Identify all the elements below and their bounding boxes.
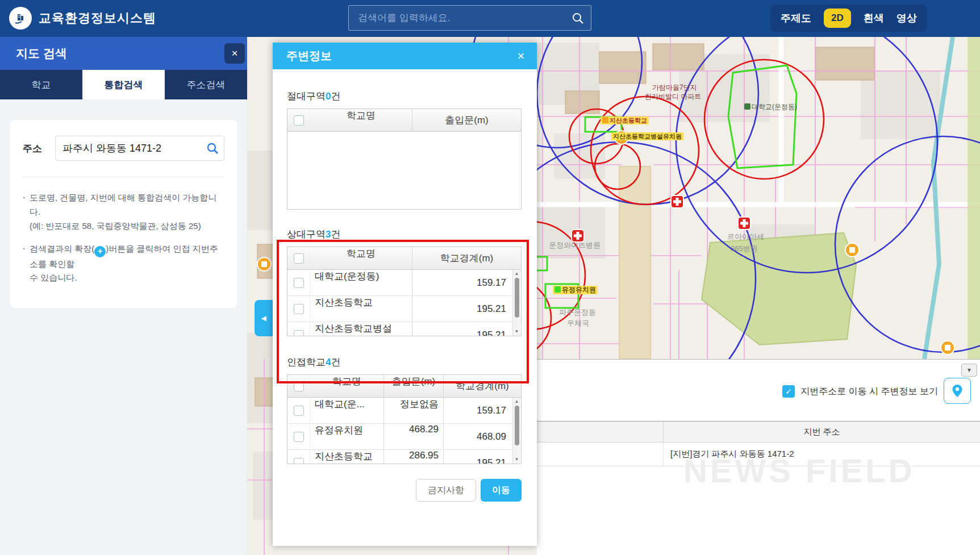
location-pin-icon [952, 384, 963, 398]
column-header-boundary: 학교경계(m) [444, 379, 521, 393]
view-2d-button[interactable]: 2D [824, 9, 851, 28]
adjacent-schools-title: 인접학교4건 [287, 356, 522, 369]
tab-address-search[interactable]: 주소검색 [165, 70, 247, 99]
map-label-wise-hospital: 운정와이즈병원 [549, 241, 600, 249]
select-all-checkbox[interactable] [294, 381, 304, 391]
news-field-watermark: NEWS FIELD [683, 452, 915, 490]
school-marker-icon [744, 103, 750, 110]
table-row[interactable]: 지산초등학교 286.95 195.21 [287, 450, 521, 464]
address-search-button[interactable] [201, 136, 224, 160]
map-pin-button[interactable] [944, 378, 971, 404]
absolute-zone-empty-body [287, 132, 521, 209]
column-header-school-name: 학교명 [310, 109, 412, 131]
nearby-info-panel: 주변정보 × 절대구역0건 학교명 출입문(m) 상대구역3건 학교명 학교경계… [273, 43, 537, 546]
map-label-jisan-elementary: 지산초등학교 [600, 116, 649, 124]
select-all-checkbox[interactable] [294, 115, 304, 126]
column-header-road-address [537, 422, 664, 442]
app-title: 교육환경정보시스템 [39, 10, 156, 27]
prohibited-items-button[interactable]: 금지사항 [416, 479, 476, 502]
address-input[interactable] [56, 143, 201, 155]
row-checkbox[interactable] [294, 304, 304, 314]
address-label: 주소 [23, 142, 46, 155]
table-row[interactable]: 대학교(운정동) 159.17 [287, 270, 521, 296]
table-scrollbar[interactable]: ▲▼ [512, 398, 520, 464]
global-search-button[interactable] [565, 6, 591, 30]
map-label-jisan-kindergarten: 지산초등학교병설유치원 [611, 132, 683, 140]
brand[interactable]: 교육환경정보시스템 [9, 7, 156, 30]
nearby-info-checkbox[interactable]: ✓ [782, 385, 795, 398]
global-search [348, 5, 591, 31]
search-icon [572, 12, 584, 24]
theme-map-button[interactable]: 주제도 [781, 11, 811, 25]
nearby-info-checkbox-label: 지번주소로 이동 시 주변정보 보기 [800, 386, 938, 398]
kindergarten-marker-icon [554, 286, 561, 293]
adjacent-schools-table: 학교명 출입문(m) 학교경계(m) 대학교(운... 정보없음 159.17 … [287, 374, 522, 464]
white-mode-button[interactable]: 흰색 [864, 11, 884, 25]
sidebar-title: 지도 검색 [0, 45, 67, 61]
absolute-zone-title: 절대구역0건 [287, 90, 522, 103]
move-button[interactable]: 이동 [481, 479, 522, 502]
nearby-panel-title: 주변정보 [273, 48, 332, 64]
sidebar-header: 지도 검색 × [0, 37, 247, 70]
address-input-box [55, 136, 224, 161]
satellite-button[interactable]: 영상 [896, 11, 917, 25]
sidebar-close-button[interactable]: × [224, 43, 245, 64]
table-row[interactable]: 유정유치원 468.29 468.09 [287, 424, 521, 450]
sidebar-body: 주소 도로명, 건물명, 지번에 대해 통합검색이 가능합니다. (예: 반포대… [0, 99, 247, 323]
map-label-post-office-2: 우체국 [567, 319, 589, 327]
expand-plus-icon: + [94, 246, 106, 257]
relative-zone-table: 학교명 학교경계(m) 대학교(운정동) 159.17 지산초등학교 195.2… [287, 247, 522, 336]
nearby-info-option: ✓ 지번주소로 이동 시 주변정보 보기 [782, 385, 963, 398]
map-label-post-office-1: 파주운정동 [559, 308, 596, 316]
table-scrollbar[interactable]: ▲▼ [512, 270, 520, 336]
map-search-sidebar: 지도 검색 × 학교 통합검색 주소검색 주소 도로명, 건물명, 지번에 대해… [0, 37, 247, 555]
map-label-apartment-2: 한라비발디 아파트 [645, 93, 701, 101]
global-search-input[interactable] [349, 6, 565, 30]
column-header-gate: 출입문(m) [412, 114, 521, 127]
column-header-school-name: 학교명 [310, 375, 384, 397]
school-marker-icon [602, 117, 608, 123]
row-checkbox[interactable] [294, 278, 304, 288]
row-checkbox[interactable] [294, 432, 304, 442]
select-all-checkbox[interactable] [294, 253, 304, 264]
search-help-note-1: 도로명, 건물명, 지번에 대해 통합검색이 가능합니다. (예: 반포대로 5… [23, 191, 224, 233]
nearby-panel-close-button[interactable]: × [513, 48, 529, 64]
map-label-apartment-1: 가람마을7단지 [652, 84, 697, 91]
results-collapse-button[interactable]: ▼ [961, 364, 977, 377]
map-label-365-hospital-1: 르아이아세 [727, 233, 764, 241]
nearby-panel-header: 주변정보 × [273, 43, 537, 69]
table-row[interactable]: 대학교(운... 정보없음 159.17 [287, 398, 521, 424]
table-row[interactable]: 지산초등학교 195.21 [287, 296, 521, 322]
column-header-gate: 출입문(m) [384, 375, 444, 397]
relative-zone-title: 상대구역3건 [287, 228, 522, 241]
row-checkbox[interactable] [294, 458, 304, 464]
tab-integrated-search[interactable]: 통합검색 [82, 70, 165, 99]
search-results-area: ▼ ✓ 지번주소로 이동 시 주변정보 보기 지번 주소 [지번]경기 파주시 … [537, 359, 980, 555]
address-search-card: 주소 도로명, 건물명, 지번에 대해 통합검색이 가능합니다. (예: 반포대… [10, 120, 237, 308]
sidebar-tabs: 학교 통합검색 주소검색 [0, 70, 247, 99]
table-row[interactable]: 지산초등학교병설 195.21 [287, 322, 521, 336]
app-header: 교육환경정보시스템 주제도 2D 흰색 영상 [0, 0, 980, 37]
map-label-365-hospital-2: 365병원 [731, 245, 758, 253]
map-label-yujeong-kindergarten: 유정유치원 [553, 286, 598, 294]
row-checkbox[interactable] [294, 330, 304, 336]
app-logo-icon [9, 7, 32, 30]
absolute-zone-table: 학교명 출입문(m) [287, 109, 522, 210]
row-checkbox[interactable] [294, 406, 304, 416]
column-header-school-name: 학교명 [310, 247, 412, 269]
column-header-boundary: 학교경계(m) [412, 252, 521, 265]
search-help-note-2: 검색결과의 확장(+)버튼을 클릭하여 인접 지번주소를 확인할 수 있습니다. [23, 242, 224, 285]
column-header-jibun-address: 지번 주소 [664, 427, 980, 437]
search-icon [206, 142, 219, 155]
panel-collapse-handle[interactable]: ◀ [255, 300, 273, 336]
tab-school[interactable]: 학교 [0, 70, 82, 99]
map-view-controls: 주제도 2D 흰색 영상 [770, 5, 927, 32]
divider [23, 177, 224, 177]
map-label-university: 대학교(운정동) [744, 103, 797, 111]
